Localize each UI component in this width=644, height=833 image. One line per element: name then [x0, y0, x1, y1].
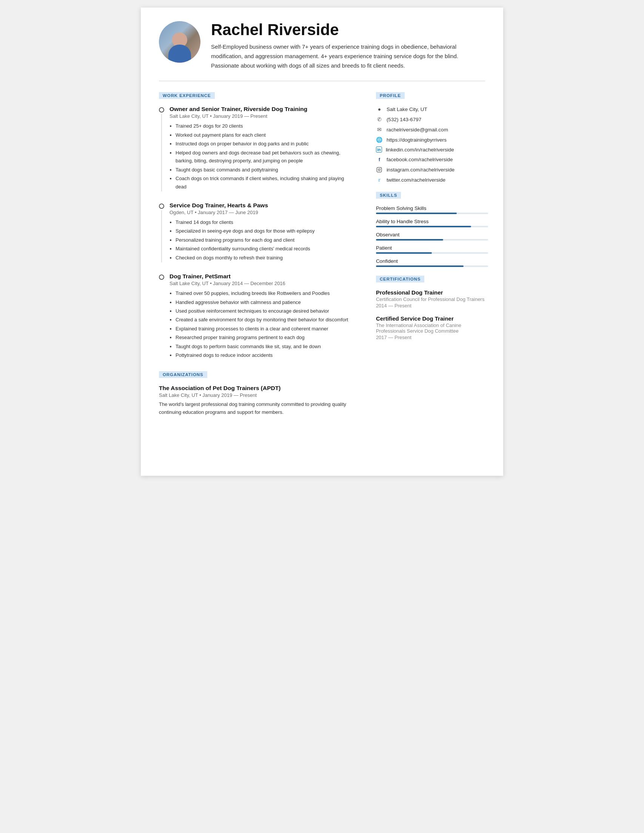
work-experience-section: WORK EXPERIENCE Owner and Senior Trainer… [159, 92, 350, 360]
timeline-circle-3 [159, 275, 164, 280]
profile-twitter[interactable]: 𝕣 twitter.com/rachelriverside [376, 176, 488, 183]
linkedin-text: linkedin.com/in/rachelriverside [386, 147, 454, 153]
work-bullets-2: Trained 14 dogs for clients Specialized … [170, 218, 350, 262]
bullet: Instructed dogs on proper behavior in do… [175, 140, 350, 148]
work-body-3: Dog Trainer, PetSmart Salt Lake City, UT… [170, 273, 350, 360]
skill-bar-bg [376, 265, 488, 267]
org-item-1: The Association of Pet Dog Trainers (APD… [159, 385, 350, 416]
resume-page: Rachel Riverside Self-Employed business … [141, 8, 503, 476]
cert-issuer: Certification Council for Professional D… [376, 296, 488, 302]
cert-issuer: The International Association of Canine … [376, 322, 488, 334]
candidate-name: Rachel Riverside [211, 21, 485, 39]
cert-title: Professional Dog Trainer [376, 289, 488, 296]
website-text: https://dogtrainingbyrrivers [387, 137, 446, 143]
linkedin-icon: in [376, 146, 382, 153]
cert-date: 2017 — Present [376, 334, 488, 340]
twitter-icon: 𝕣 [376, 176, 383, 183]
bullet: Explained training processes to clients … [175, 325, 350, 333]
work-title-1: Owner and Senior Trainer, Riverside Dog … [170, 106, 350, 113]
profile-location: ● Salt Lake City, UT [376, 106, 488, 113]
work-meta-2: Ogden, UT • January 2017 — June 2019 [170, 209, 350, 215]
work-bullets-3: Trained over 50 puppies, including breed… [170, 289, 350, 360]
profile-linkedin[interactable]: in linkedin.com/in/rachelriverside [376, 146, 488, 153]
timeline-line-2 [161, 210, 162, 262]
bullet: Researched proper training programs pert… [175, 333, 350, 341]
svg-point-1 [378, 169, 380, 170]
timeline-3 [159, 273, 164, 360]
profile-email[interactable]: ✉ rachelriverside@gmail.com [376, 126, 488, 133]
cert-title: Certified Service Dog Trainer [376, 315, 488, 322]
header-section: Rachel Riverside Self-Employed business … [141, 8, 503, 81]
timeline-2 [159, 202, 164, 262]
main-content: WORK EXPERIENCE Owner and Senior Trainer… [141, 81, 503, 438]
bullet: Trained over 50 puppies, including breed… [175, 289, 350, 297]
certs-container: Professional Dog Trainer Certification C… [376, 289, 488, 340]
bullet: Worked out payment plans for each client [175, 131, 350, 139]
bullet: Maintained confidentiality surrounding c… [175, 245, 350, 252]
skill-item: Patient [376, 245, 488, 254]
work-item-2: Service Dog Trainer, Hearts & Paws Ogden… [159, 202, 350, 262]
skill-bar-bg [376, 239, 488, 241]
bullet: Used positive reinforcement techniques t… [175, 307, 350, 315]
skill-bar-fill [376, 265, 464, 267]
organizations-label: ORGANIZATIONS [159, 371, 350, 385]
skill-bar-fill [376, 226, 472, 227]
instagram-icon [376, 166, 383, 173]
skill-bar-fill [376, 252, 432, 254]
bullet: Helped dog owners and dogs decrease bad … [175, 149, 350, 165]
phone-text: (532) 143-6797 [387, 117, 421, 122]
work-bullets-1: Trained 25+ dogs for 20 clients Worked o… [170, 122, 350, 191]
org-meta-1: Salt Lake City, UT • January 2019 — Pres… [159, 392, 350, 398]
skill-item: Ability to Handle Stress [376, 219, 488, 227]
skill-item: Problem Solving Skills [376, 206, 488, 214]
bullet: Coach dogs on trick commands if client w… [175, 174, 350, 191]
candidate-summary: Self-Employed business owner with 7+ yea… [211, 42, 485, 70]
bullet: Personalized training programs for each … [175, 236, 350, 244]
profile-phone: ✆ (532) 143-6797 [376, 116, 488, 123]
right-column: PROFILE ● Salt Lake City, UT ✆ (532) 143… [365, 81, 503, 438]
work-meta-1: Salt Lake City, UT • January 2019 — Pres… [170, 113, 350, 119]
work-title-2: Service Dog Trainer, Hearts & Paws [170, 202, 350, 209]
bullet: Taught dogs to perform basic commands li… [175, 343, 350, 351]
cert-item: Professional Dog Trainer Certification C… [376, 289, 488, 309]
skill-bar-bg [376, 226, 488, 227]
skill-item: Observant [376, 232, 488, 241]
profile-label: PROFILE [376, 92, 488, 106]
bullet: Trained 14 dogs for clients [175, 218, 350, 226]
email-text: rachelriverside@gmail.com [387, 127, 448, 132]
bullet: Specialized in seeing-eye dogs and dogs … [175, 227, 350, 235]
profile-section: PROFILE ● Salt Lake City, UT ✆ (532) 143… [376, 92, 488, 183]
avatar-image [159, 21, 201, 63]
cert-date: 2014 — Present [376, 303, 488, 309]
bullet: Taught dogs basic commands and pottytrai… [175, 166, 350, 174]
timeline-circle-2 [159, 204, 164, 209]
facebook-text: facebook.com/rachelriverside [387, 157, 453, 162]
timeline-1 [159, 106, 164, 191]
org-desc-1: The world's largest professional dog tra… [159, 400, 350, 416]
skill-bar-fill [376, 239, 443, 241]
work-item-1: Owner and Senior Trainer, Riverside Dog … [159, 106, 350, 191]
skill-item: Confident [376, 258, 488, 267]
location-icon: ● [376, 106, 383, 113]
org-title-1: The Association of Pet Dog Trainers (APD… [159, 385, 350, 392]
header-info: Rachel Riverside Self-Employed business … [211, 21, 485, 70]
skill-label: Observant [376, 232, 488, 238]
profile-facebook[interactable]: f facebook.com/rachelriverside [376, 156, 488, 163]
bullet: Checked on dogs monthly to refresh their… [175, 254, 350, 262]
work-body-1: Owner and Senior Trainer, Riverside Dog … [170, 106, 350, 191]
skill-bar-bg [376, 212, 488, 214]
work-item-3: Dog Trainer, PetSmart Salt Lake City, UT… [159, 273, 350, 360]
profile-instagram[interactable]: instagram.com/rachelriverside [376, 166, 488, 173]
svg-point-2 [381, 168, 381, 169]
timeline-circle-1 [159, 107, 164, 113]
skill-label: Confident [376, 258, 488, 264]
skill-bar-bg [376, 252, 488, 254]
bullet: Created a safe environment for dogs by m… [175, 316, 350, 323]
cert-item: Certified Service Dog Trainer The Intern… [376, 315, 488, 340]
work-body-2: Service Dog Trainer, Hearts & Paws Ogden… [170, 202, 350, 262]
work-meta-3: Salt Lake City, UT • January 2014 — Dece… [170, 281, 350, 286]
organizations-section: ORGANIZATIONS The Association of Pet Dog… [159, 371, 350, 416]
bullet: Trained 25+ dogs for 20 clients [175, 122, 350, 130]
profile-website[interactable]: 🌐 https://dogtrainingbyrrivers [376, 136, 488, 143]
avatar [159, 21, 201, 63]
